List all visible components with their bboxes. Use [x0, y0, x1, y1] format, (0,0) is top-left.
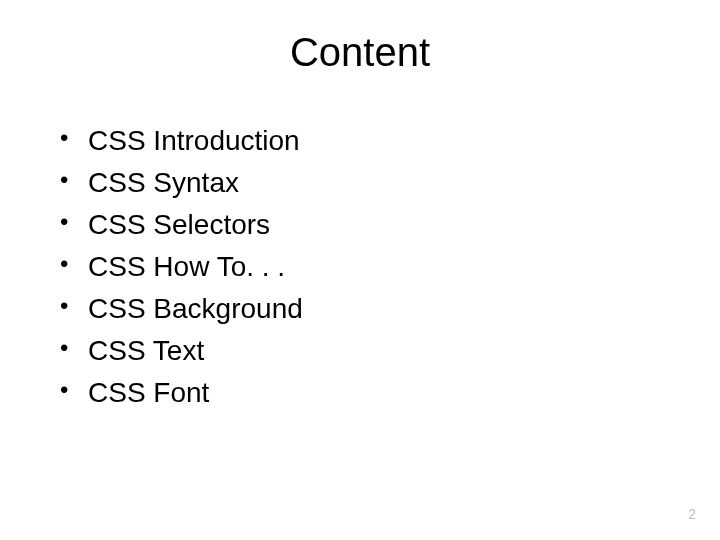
list-item: CSS Background	[60, 288, 303, 330]
page-number: 2	[688, 506, 696, 522]
list-item: CSS Text	[60, 330, 303, 372]
slide-title: Content	[0, 30, 720, 75]
list-item: CSS Syntax	[60, 162, 303, 204]
list-item: CSS Font	[60, 372, 303, 414]
list-item: CSS How To. . .	[60, 246, 303, 288]
list-item: CSS Selectors	[60, 204, 303, 246]
content-list: CSS Introduction CSS Syntax CSS Selector…	[60, 120, 303, 414]
list-item: CSS Introduction	[60, 120, 303, 162]
